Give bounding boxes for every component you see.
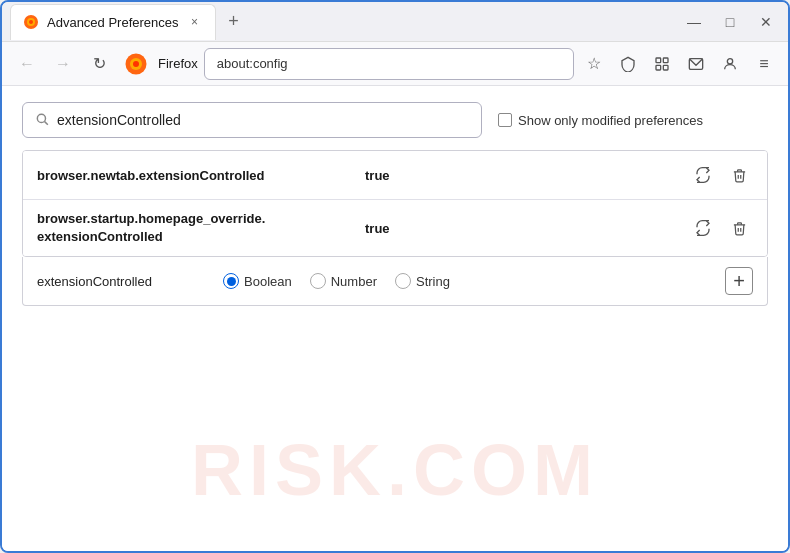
svg-point-11 — [727, 58, 732, 63]
search-bar-row: Show only modified preferences — [22, 102, 768, 138]
pref-value-1: true — [365, 168, 390, 183]
pref-actions-1 — [689, 161, 753, 189]
extension-icon[interactable] — [648, 50, 676, 78]
pref-name-1: browser.newtab.extensionControlled — [37, 168, 357, 183]
table-row[interactable]: browser.newtab.extensionControlled true — [23, 151, 767, 200]
radio-number-circle — [310, 273, 326, 289]
search-input-wrap[interactable] — [22, 102, 482, 138]
tab-title: Advanced Preferences — [47, 15, 179, 30]
svg-rect-7 — [663, 58, 668, 63]
tab-close-button[interactable]: × — [187, 14, 203, 30]
search-input[interactable] — [57, 112, 469, 128]
show-modified-label: Show only modified preferences — [518, 113, 703, 128]
type-radio-group: Boolean Number String — [223, 273, 450, 289]
account-icon[interactable] — [716, 50, 744, 78]
window-controls: — □ ✕ — [680, 8, 780, 36]
tab-favicon-icon — [23, 14, 39, 30]
close-button[interactable]: ✕ — [752, 8, 780, 36]
forward-button[interactable]: → — [48, 49, 78, 79]
radio-boolean-circle — [223, 273, 239, 289]
title-bar: Advanced Preferences × + — □ ✕ — [2, 2, 788, 42]
delete-button-2[interactable] — [725, 214, 753, 242]
browser-window: Advanced Preferences × + — □ ✕ ← → ↻ Fir… — [0, 0, 790, 553]
content-area: RISK.COM Show only modified preferences — [2, 86, 788, 551]
menu-icon[interactable]: ≡ — [750, 50, 778, 78]
svg-rect-8 — [656, 65, 661, 70]
radio-boolean-label: Boolean — [244, 274, 292, 289]
address-text: about:config — [217, 56, 288, 71]
nav-bar: ← → ↻ Firefox about:config ☆ — [2, 42, 788, 86]
show-modified-checkbox[interactable] — [498, 113, 512, 127]
svg-point-12 — [37, 114, 45, 122]
svg-point-2 — [29, 20, 33, 24]
radio-string-circle — [395, 273, 411, 289]
new-pref-name: extensionControlled — [37, 274, 187, 289]
add-preference-row: extensionControlled Boolean Number Strin… — [22, 257, 768, 306]
firefox-label: Firefox — [158, 56, 198, 71]
browser-tab[interactable]: Advanced Preferences × — [10, 4, 216, 40]
table-row[interactable]: browser.startup.homepage_override. exten… — [23, 200, 767, 256]
shield-icon[interactable] — [614, 50, 642, 78]
radio-number[interactable]: Number — [310, 273, 377, 289]
mail-icon[interactable] — [682, 50, 710, 78]
reload-button[interactable]: ↻ — [84, 49, 114, 79]
address-bar[interactable]: about:config — [204, 48, 574, 80]
minimize-button[interactable]: — — [680, 8, 708, 36]
watermark: RISK.COM — [191, 429, 599, 511]
show-modified-wrap[interactable]: Show only modified preferences — [498, 113, 703, 128]
radio-number-label: Number — [331, 274, 377, 289]
new-tab-button[interactable]: + — [220, 8, 248, 36]
reset-button-1[interactable] — [689, 161, 717, 189]
firefox-logo-icon — [124, 52, 148, 76]
bookmark-icon[interactable]: ☆ — [580, 50, 608, 78]
pref-name-2: browser.startup.homepage_override. exten… — [37, 210, 357, 246]
radio-string-label: String — [416, 274, 450, 289]
maximize-button[interactable]: □ — [716, 8, 744, 36]
nav-icons: ☆ — [580, 50, 778, 78]
svg-rect-9 — [663, 65, 668, 70]
delete-button-1[interactable] — [725, 161, 753, 189]
svg-point-5 — [133, 61, 139, 67]
back-button[interactable]: ← — [12, 49, 42, 79]
add-preference-button[interactable]: + — [725, 267, 753, 295]
pref-actions-2 — [689, 214, 753, 242]
radio-boolean[interactable]: Boolean — [223, 273, 292, 289]
svg-line-13 — [45, 121, 48, 124]
radio-string[interactable]: String — [395, 273, 450, 289]
pref-value-2: true — [365, 221, 390, 236]
preferences-table: browser.newtab.extensionControlled true — [22, 150, 768, 257]
svg-rect-6 — [656, 58, 661, 63]
search-icon — [35, 112, 49, 129]
reset-button-2[interactable] — [689, 214, 717, 242]
